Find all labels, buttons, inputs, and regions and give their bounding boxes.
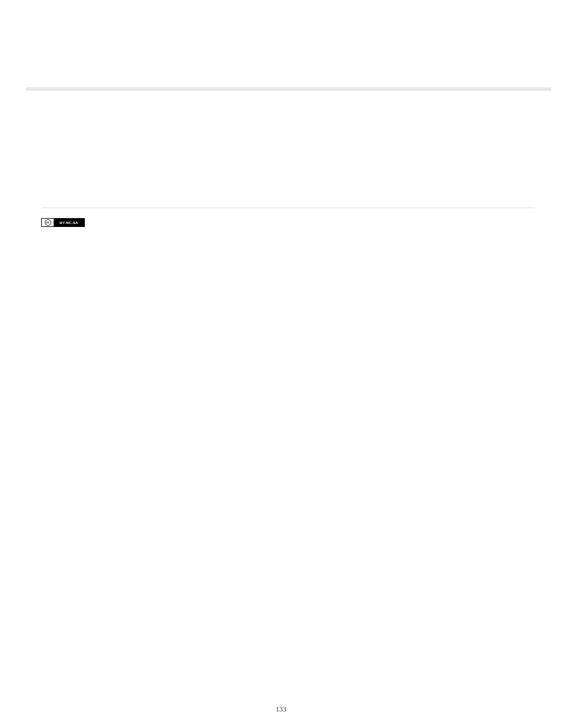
cc-logo-section: cc [42,219,54,226]
cc-license-badge: cc BY-NC-SA [41,218,85,227]
cc-terms-label: BY-NC-SA [54,219,84,226]
cc-logo-icon: cc [45,219,51,226]
cc-logo-text: cc [46,221,49,224]
page-number: 133 [0,705,562,714]
horizontal-rule [41,207,535,208]
header-divider [26,87,551,91]
